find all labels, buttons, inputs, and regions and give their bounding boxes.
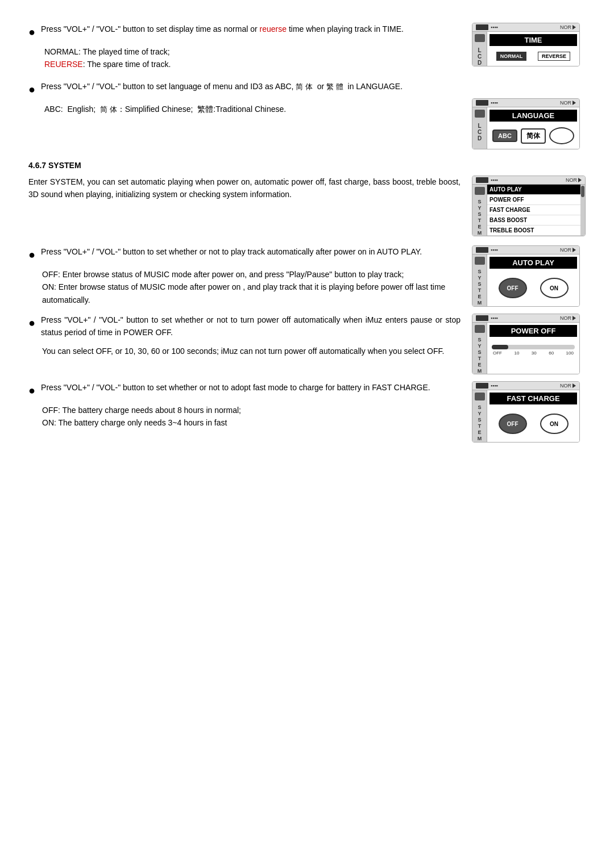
autoplay-widget-content: AUTO PLAY OFF ON	[487, 254, 579, 306]
poweroff-slider-fill	[492, 345, 508, 349]
time-lcd-d: D	[478, 60, 482, 66]
language-sidebar-icon	[475, 110, 485, 118]
language-widget-sidebar: L C D	[472, 107, 487, 149]
language-widget-bars: ▪▪▪▪	[491, 100, 498, 106]
system-list-item-fastcharge[interactable]: FAST CHARGE	[487, 205, 580, 215]
chinese-simplified: 简 体	[296, 82, 313, 91]
bullet-dot-fastcharge: ●	[28, 382, 35, 398]
time-bullet-section: ● Press "VOL+" / "VOL-" button to set di…	[28, 23, 460, 40]
autoplay-on-btn[interactable]: ON	[540, 278, 569, 298]
sys-label-e: E	[478, 224, 481, 229]
language-widget-main: L C D LANGUAGE ABC 简体	[472, 107, 579, 149]
system-list-nor-text: NOR	[566, 177, 577, 183]
language-bullet-section: ● Press "VOL+" / "VOL-" button to set la…	[28, 80, 460, 97]
fastcharge-sub-text: OFF: The battery charge needs about 8 ho…	[42, 404, 460, 429]
fastcharge-device-widget: ▪▪▪▪ NOR S Y S T	[472, 381, 580, 443]
sys-label-t: T	[478, 218, 482, 223]
poweroff-widget-small-rect	[476, 315, 488, 321]
system-list-item-trebleboost[interactable]: TREBLE BOOST	[487, 226, 580, 236]
fastcharge-widget-nor-arrow	[572, 383, 576, 388]
language-sub-text: ABC: English; 简 体：Simplified Chinese; 繁體…	[44, 103, 460, 116]
ap-m: M	[478, 300, 482, 306]
fastcharge-widget-header: ▪▪▪▪ NOR	[472, 382, 579, 390]
autoplay-options-row: OFF ON	[489, 272, 577, 304]
fastcharge-widget-bars: ▪▪▪▪	[491, 383, 498, 389]
sys-label-y: Y	[478, 205, 481, 211]
poweroff-text: ● Press "VOL+" / "VOL-" button to set wh…	[28, 314, 460, 357]
time-widget-nor-arrow	[572, 25, 576, 30]
system-list-widget: ▪▪▪▪ NOR S Y S T E M	[472, 176, 586, 236]
lang-chinese-btn[interactable]: 简体	[521, 128, 546, 144]
system-section-title: 4.6.7 SYSTEM	[28, 161, 586, 170]
system-list-top-left: ▪▪▪▪	[476, 177, 498, 183]
reuerse-label: REUERSE	[44, 60, 83, 69]
autoplay-main-text: Press "VOL+" / "VOL-" button to set whet…	[41, 245, 422, 262]
time-widget-nor-text: NOR	[560, 24, 571, 30]
po-s2: S	[478, 349, 481, 355]
top-right-widgets: ▪▪▪▪ NOR L C D TIME	[472, 23, 586, 149]
poweroff-slider-track[interactable]	[492, 345, 575, 349]
fastcharge-off-btn[interactable]: OFF	[499, 414, 527, 434]
time-normal-btn[interactable]: NORMAL	[496, 52, 527, 61]
system-list-header: ▪▪▪▪ NOR	[472, 176, 585, 185]
time-widget-sidebar: L C D	[472, 32, 487, 66]
poweroff-label-off: OFF	[493, 350, 502, 356]
fc-t: T	[478, 423, 482, 429]
time-widget-bars: ▪▪▪▪	[491, 24, 498, 30]
poweroff-label-10: 10	[514, 350, 519, 356]
poweroff-widget-wrapper: ▪▪▪▪ NOR S Y S T	[472, 314, 586, 374]
poweroff-label-60: 60	[549, 350, 554, 356]
fastcharge-widget-main: S Y S T E M FAST CHARGE OFF ON	[472, 390, 579, 442]
time-widget-nor: NOR	[560, 24, 576, 30]
time-widget-main: L C D TIME NORMAL REVERSE	[472, 32, 579, 66]
time-reverse-btn[interactable]: REVERSE	[538, 52, 570, 61]
poweroff-widget-bars: ▪▪▪▪	[491, 315, 498, 321]
po-s: S	[478, 337, 481, 343]
system-list-content: AUTO PLAY POWER OFF FAST CHARGE BASS BOO…	[487, 185, 580, 236]
autoplay-widget-nor: NOR	[560, 247, 576, 253]
language-widget-top-left: ▪▪▪▪	[476, 100, 498, 106]
lang-lcd-l: L	[478, 123, 481, 129]
poweroff-widget-nor-arrow	[572, 316, 576, 320]
fastcharge-widget-sidebar: S Y S T E M	[472, 390, 487, 442]
fastcharge-widget-content: FAST CHARGE OFF ON	[487, 390, 579, 442]
ap-t: T	[478, 287, 482, 293]
fastcharge-widget-nor-text: NOR	[560, 383, 571, 389]
autoplay-widget-title: AUTO PLAY	[489, 257, 577, 269]
time-lcd-l: L	[478, 47, 481, 53]
time-widget-small-rect	[476, 24, 488, 30]
system-list-item-bassboost[interactable]: BASS BOOST	[487, 215, 580, 226]
ap-y: Y	[478, 275, 481, 281]
poweroff-widget-nor-text: NOR	[560, 315, 571, 321]
fastcharge-main-text: Press "VOL+" / "VOL-" button to set whet…	[41, 381, 430, 398]
lang-lcd-d: D	[478, 135, 482, 141]
bullet-dot-poweroff: ●	[28, 315, 35, 339]
autoplay-device-widget: ▪▪▪▪ NOR S Y S T	[472, 245, 580, 307]
fc-e: E	[478, 429, 481, 435]
time-device-widget: ▪▪▪▪ NOR L C D TIME	[472, 23, 580, 66]
system-scroll-thumb	[581, 186, 584, 197]
poweroff-label-100: 100	[566, 350, 574, 356]
autoplay-widget-wrapper: ▪▪▪▪ NOR S Y S T	[472, 245, 586, 307]
poweroff-device-widget: ▪▪▪▪ NOR S Y S T	[472, 314, 580, 374]
system-intro-row: Enter SYSTEM, you can set automatic play…	[28, 176, 586, 236]
poweroff-widget-header: ▪▪▪▪ NOR	[472, 314, 579, 323]
fastcharge-bullet: ● Press "VOL+" / "VOL-" button to set wh…	[28, 381, 460, 398]
chinese-traditional: 繁 體	[326, 82, 343, 91]
fastcharge-text: ● Press "VOL+" / "VOL-" button to set wh…	[28, 381, 460, 429]
po-t: T	[478, 356, 482, 361]
system-intro-text: Enter SYSTEM, you can set automatic play…	[28, 176, 460, 210]
system-intro-para: Enter SYSTEM, you can set automatic play…	[28, 176, 460, 201]
poweroff-widget-main: S Y S T E M POWER OFF	[472, 323, 579, 374]
fastcharge-sidebar-icon	[475, 393, 485, 400]
lang-lcd-c: C	[478, 129, 482, 135]
system-list-item-poweroff[interactable]: POWER OFF	[487, 195, 580, 205]
time-sub-text: NORMAL: The played time of track; REUERS…	[44, 45, 460, 71]
autoplay-off-btn[interactable]: OFF	[499, 278, 527, 298]
system-list-item-autoplay[interactable]: AUTO PLAY	[487, 185, 580, 195]
language-widget-content: LANGUAGE ABC 简体	[487, 107, 579, 149]
lang-abc-btn[interactable]: ABC	[492, 130, 517, 142]
fastcharge-on-btn[interactable]: ON	[540, 414, 569, 434]
lang-traditional-btn[interactable]	[549, 127, 574, 144]
fastcharge-widget-wrapper: ▪▪▪▪ NOR S Y S T	[472, 381, 586, 443]
